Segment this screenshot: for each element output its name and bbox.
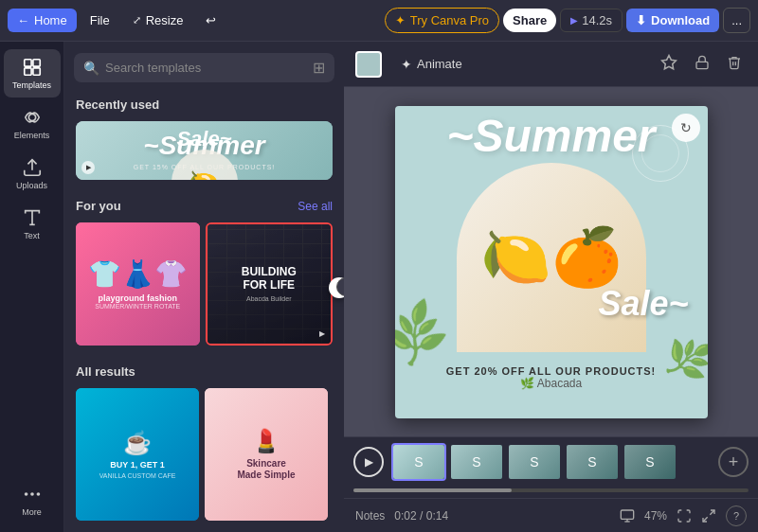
expand-icon bbox=[677, 508, 692, 523]
timer-badge: ▶ 14.2s bbox=[560, 9, 623, 32]
canvas-card[interactable]: ~Summer 🌿 🌿 🍋🍊 Sale~ GET 20% OFF ALL bbox=[395, 106, 708, 418]
search-bar: 🔍 ⊞ bbox=[64, 42, 344, 90]
elements-icon bbox=[22, 107, 43, 128]
recently-used-card[interactable]: ~Summer Sale~ GET 15% OFF ALL OUR PRODUC… bbox=[76, 121, 333, 180]
canvas-area: ✦ Animate bbox=[344, 42, 758, 532]
svg-point-7 bbox=[30, 492, 34, 496]
all-results-grid: ☕ BUY 1, GET 1 VANILLA CUSTOM CAFE 💄 Ski… bbox=[64, 384, 344, 532]
try-canva-pro-button[interactable]: ✦ Try Canva Pro bbox=[385, 8, 499, 33]
download-icon: ⬇ bbox=[636, 13, 646, 27]
status-bar: Notes 0:02 / 0:14 47% bbox=[344, 498, 758, 532]
trash-icon bbox=[727, 55, 742, 70]
text-icon bbox=[22, 207, 43, 228]
templates-panel: 🔍 ⊞ Recently used ~Summer Sale~ GET 15% … bbox=[64, 42, 344, 532]
brand-icon: 🌿 bbox=[520, 377, 534, 390]
svg-point-8 bbox=[36, 492, 40, 496]
sidebar-item-more[interactable]: More bbox=[4, 476, 61, 524]
sidebar-item-templates[interactable]: Templates bbox=[4, 49, 61, 98]
canvas-bottom-text: GET 20% OFF ALL OUR PRODUCTS! 🌿 Abacada bbox=[395, 365, 708, 390]
template-card-playground[interactable]: 👕👗👚 playground fashion SUMMER/WINTER ROT… bbox=[76, 222, 200, 346]
star-icon: ✦ bbox=[395, 13, 406, 27]
help-button[interactable]: ? bbox=[726, 505, 747, 526]
fullscreen-button[interactable] bbox=[701, 508, 716, 523]
see-all-button[interactable]: See all bbox=[298, 200, 333, 213]
expand-icon-button[interactable] bbox=[677, 508, 692, 523]
resize-icon: ⤢ bbox=[133, 14, 141, 27]
search-icon: 🔍 bbox=[83, 61, 99, 76]
timeline-area: ▶ S S S S S bbox=[344, 436, 758, 498]
svg-line-13 bbox=[710, 510, 714, 515]
main-layout: Templates Elements Uploads bbox=[0, 42, 758, 532]
animate-icon: ✦ bbox=[401, 57, 412, 72]
timeline-controls: ▶ S S S S S bbox=[344, 437, 758, 487]
file-button[interactable]: File bbox=[81, 9, 119, 32]
resize-button[interactable]: ⤢ Resize bbox=[123, 9, 193, 32]
timeline-thumb-3[interactable]: S bbox=[507, 443, 562, 481]
fullscreen-icon bbox=[701, 508, 716, 523]
pipette-icon bbox=[660, 54, 677, 71]
svg-rect-9 bbox=[696, 62, 708, 68]
for-you-section-header: For you See all bbox=[64, 191, 344, 219]
sidebar-item-elements[interactable]: Elements bbox=[4, 99, 61, 148]
timeline-track: S S S S S bbox=[391, 443, 711, 481]
timeline-thumb-5[interactable]: S bbox=[623, 443, 677, 481]
recently-used-title: Recently used bbox=[64, 90, 344, 117]
notes-button[interactable]: Notes bbox=[355, 509, 385, 523]
svg-rect-0 bbox=[24, 60, 30, 66]
canvas-sale-text: Sale~ bbox=[598, 284, 688, 324]
svg-rect-10 bbox=[621, 510, 633, 519]
play-indicator: ▶ bbox=[81, 161, 95, 174]
svg-point-4 bbox=[28, 114, 35, 120]
pipette-button[interactable] bbox=[656, 49, 682, 80]
timeline-thumb-4[interactable]: S bbox=[565, 443, 620, 481]
undo-button[interactable]: ↩ bbox=[196, 9, 226, 32]
play-icon: ▶ bbox=[570, 15, 578, 26]
svg-rect-2 bbox=[24, 68, 30, 75]
home-button[interactable]: ← Home bbox=[8, 9, 77, 32]
canvas-arch: 🍋🍊 bbox=[457, 163, 646, 352]
svg-rect-1 bbox=[32, 60, 39, 66]
color-swatch[interactable] bbox=[355, 51, 382, 78]
lock-icon bbox=[695, 55, 710, 70]
sidebar: Templates Elements Uploads bbox=[0, 42, 64, 532]
for-you-grid: 👕👗👚 playground fashion SUMMER/WINTER ROT… bbox=[64, 219, 344, 357]
search-input[interactable] bbox=[105, 61, 307, 75]
play-button[interactable]: ▶ bbox=[353, 447, 384, 477]
canvas-viewport[interactable]: ~Summer 🌿 🌿 🍋🍊 Sale~ GET 20% OFF ALL bbox=[344, 87, 758, 436]
all-results-title: All results bbox=[64, 357, 344, 384]
home-icon: ← bbox=[17, 13, 29, 27]
timeline-scrollbar bbox=[344, 487, 758, 498]
template-card-skincare[interactable]: 💄 SkincareMade Simple bbox=[205, 388, 328, 521]
sidebar-item-uploads[interactable]: Uploads bbox=[4, 150, 61, 198]
more-options-button[interactable]: ... bbox=[723, 8, 750, 33]
add-slide-button[interactable]: + bbox=[718, 447, 749, 477]
sidebar-item-text[interactable]: Text bbox=[4, 200, 61, 248]
download-button[interactable]: ⬇ Download bbox=[626, 9, 719, 32]
animate-button[interactable]: ✦ Animate bbox=[389, 52, 474, 77]
share-button[interactable]: Share bbox=[503, 9, 556, 32]
svg-rect-3 bbox=[32, 68, 39, 75]
trash-button[interactable] bbox=[722, 50, 747, 79]
filter-icon[interactable]: ⊞ bbox=[313, 59, 325, 77]
time-display: 0:02 / 0:14 bbox=[394, 509, 448, 523]
canvas-toolbar: ✦ Animate bbox=[344, 42, 758, 87]
templates-icon bbox=[22, 57, 43, 78]
canvas-design: ~Summer 🌿 🌿 🍋🍊 Sale~ GET 20% OFF ALL bbox=[395, 106, 708, 418]
more-icon bbox=[22, 484, 43, 505]
topbar: ← Home File ⤢ Resize ↩ ✦ Try Canva Pro S… bbox=[0, 0, 758, 42]
monitor-icon-button[interactable] bbox=[620, 508, 635, 523]
svg-line-14 bbox=[703, 517, 708, 522]
template-card-building[interactable]: BUILDINGFOR LIFE Abacda Builder ▶ bbox=[206, 222, 334, 346]
uploads-icon bbox=[22, 157, 43, 178]
timeline-thumb-2[interactable]: S bbox=[449, 443, 504, 481]
svg-point-6 bbox=[24, 492, 27, 496]
template-card-buyone[interactable]: ☕ BUY 1, GET 1 VANILLA CUSTOM CAFE bbox=[76, 388, 199, 521]
monitor-icon bbox=[620, 508, 635, 523]
lock-button[interactable] bbox=[690, 50, 714, 79]
video-indicator: ▶ bbox=[319, 329, 325, 338]
zoom-button[interactable]: 47% bbox=[644, 509, 667, 523]
undo-icon: ↩ bbox=[206, 13, 216, 27]
timeline-thumb-1[interactable]: S bbox=[391, 443, 446, 481]
